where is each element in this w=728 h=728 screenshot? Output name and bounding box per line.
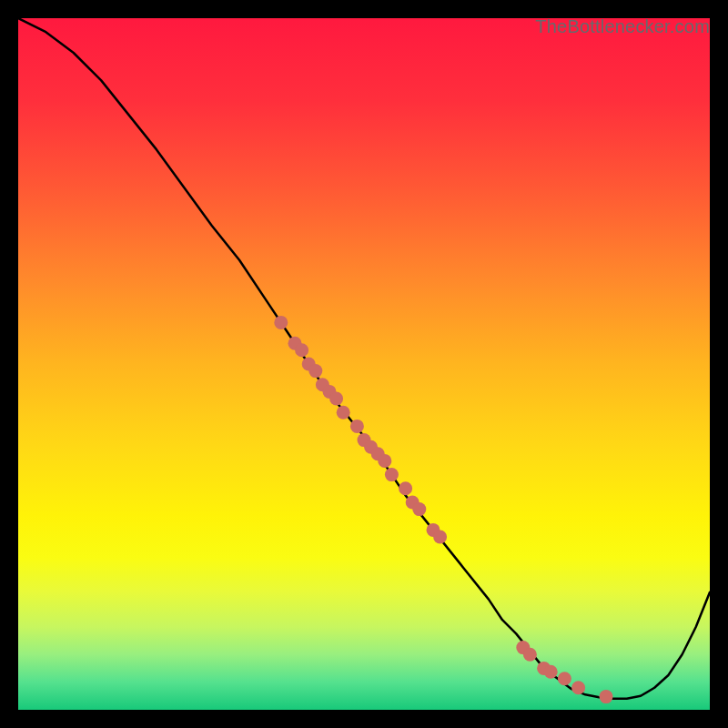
scatter-point — [558, 672, 571, 685]
scatter-point — [600, 690, 613, 703]
bottleneck-chart: TheBottlenecker.com — [18, 18, 710, 710]
scatter-point — [523, 648, 537, 662]
scatter-point — [274, 316, 288, 329]
scatter-point — [412, 502, 426, 516]
scatter-points-group — [274, 316, 612, 703]
scatter-point — [329, 392, 343, 406]
scatter-point — [295, 343, 308, 357]
chart-curve-layer — [18, 18, 710, 710]
scatter-point — [399, 481, 412, 495]
scatter-point — [350, 420, 364, 433]
scatter-point — [337, 406, 350, 420]
watermark-text: TheBottlenecker.com — [535, 16, 710, 37]
scatter-point — [544, 665, 558, 679]
scatter-point — [571, 681, 585, 694]
scatter-point — [378, 454, 391, 468]
scatter-point — [433, 531, 447, 544]
scatter-point — [385, 468, 399, 481]
bottleneck-curve — [18, 18, 710, 699]
scatter-point — [308, 364, 322, 378]
